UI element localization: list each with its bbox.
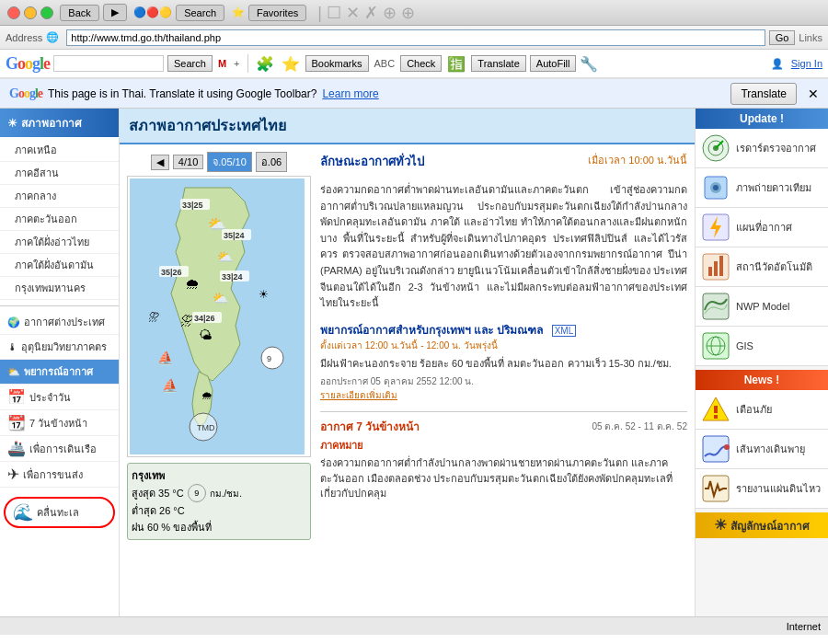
main-content: สภาพอากาศประเทศไทย ◀ 4/10 จ.05/10 อ.06 <box>120 109 695 616</box>
translate-page-button[interactable]: Translate <box>730 83 797 105</box>
map-navigation: ◀ 4/10 จ.05/10 อ.06 <box>127 152 311 172</box>
go-button[interactable]: Go <box>769 30 796 45</box>
wind-speed-circle: 9 <box>188 484 206 502</box>
city-high-temp: สูงสุด 35 °C <box>132 485 184 501</box>
satellite-item[interactable]: ภาพถ่ายดาวเทียม <box>696 168 828 208</box>
nwp-item[interactable]: NWP Model <box>696 287 828 327</box>
sidebar-item-7day[interactable]: 📆 7 วันข้างหน้า <box>0 410 119 436</box>
autofill-button[interactable]: AutoFill <box>530 55 577 72</box>
quake-label: รายงานแผ่นดินไหว <box>736 480 821 497</box>
gmail-icon[interactable]: M <box>218 58 226 69</box>
google-translate-bar: Google This page is in Thai. Translate i… <box>0 79 828 109</box>
general-weather-title: ลักษณะอากาศทั่วไป <box>320 152 424 171</box>
sidebar-item-international[interactable]: 🌍 อากาศต่างประเทศ <box>0 310 119 335</box>
map-date-next[interactable]: อ.06 <box>256 152 287 172</box>
favorites-button[interactable]: Favorites <box>248 5 306 21</box>
search-nav-button[interactable]: Search <box>176 5 224 21</box>
sidebar-item-marine[interactable]: 🚢 เพื่อการเดินเรือ <box>0 436 119 462</box>
sidebar-item-bangkok[interactable]: กรุงเทพมหานคร <box>0 277 119 300</box>
station-icon <box>701 252 730 282</box>
forecast7-subtitle: ภาคหมาย <box>320 437 687 454</box>
sidebar-region-section: ภาคเหนือ ภาคอีสาน ภาคกลาง ภาคตะวันออก ภา… <box>0 137 119 302</box>
svg-rect-27 <box>708 267 712 276</box>
close-btn[interactable] <box>7 6 20 19</box>
warning-item[interactable]: เตือนภัย <box>696 390 828 430</box>
wrench-icon: 🔧 <box>580 55 598 73</box>
svg-point-23 <box>713 185 719 190</box>
svg-text:☀: ☀ <box>259 288 269 301</box>
tsunami-button[interactable]: 🌊 คลื่นทะเล <box>4 497 115 528</box>
map-date-current[interactable]: จ.05/10 <box>207 152 252 172</box>
forecast-section: อากาศ 7 วันข้างหน้า 05 ต.ค. 52 - 11 ต.ค.… <box>320 411 687 501</box>
city-humidity: ฝน 60 % ของพื้นที่ <box>132 519 306 535</box>
minimize-btn[interactable] <box>24 6 37 19</box>
sign-in-link[interactable]: Sign In <box>791 58 822 69</box>
weather-text-section: ลักษณะอากาศทั่วไป เมื่อเวลา 10:00 น.วันน… <box>320 152 687 540</box>
bangkok-time: ตั้งแต่เวลา 12:00 น.วันนี้ - 12:00 น. วั… <box>320 339 687 352</box>
update-section: Update ! เรดาร์ตรวจอากาศ <box>696 109 828 366</box>
sidebar-item-northeast[interactable]: ภาคอีสาน <box>0 162 119 185</box>
svg-text:34|26: 34|26 <box>194 314 215 323</box>
account-icon: 👤 <box>771 58 784 70</box>
forecast7-date: 05 ต.ค. 52 - 11 ต.ค. 52 <box>592 420 687 433</box>
close-translate-icon[interactable]: ✕ <box>808 86 819 101</box>
general-weather-time: เมื่อเวลา 10:00 น.วันนี้ <box>588 152 687 168</box>
lightning-label: แผนที่อากาศ <box>736 219 792 236</box>
forward-button[interactable]: ▶ <box>103 4 127 21</box>
sidebar-item-south-andaman[interactable]: ภาคใต้ฝั่งอันดามัน <box>0 254 119 277</box>
bookmarks-button[interactable]: Bookmarks <box>305 55 369 72</box>
google-search-input[interactable] <box>53 55 164 72</box>
svg-point-15 <box>261 347 283 369</box>
thermo-icon: 🌡 <box>7 341 17 352</box>
quake-icon <box>701 474 730 503</box>
city-low-temp: ต่ำสุด 26 °C <box>132 502 306 519</box>
translate-button[interactable]: Translate <box>471 55 525 72</box>
forecast7-title: อากาศ 7 วันข้างหน้า <box>320 418 420 435</box>
google-logo: Google <box>6 54 50 74</box>
sidebar-item-forecast-header[interactable]: ⛅ พยากรณ์อากาศ <box>0 360 119 385</box>
links-label: Links <box>799 32 822 43</box>
back-button[interactable]: Back <box>60 5 98 21</box>
map-date-prev[interactable]: 4/10 <box>173 155 203 169</box>
gis-label: GIS <box>736 340 753 351</box>
status-bar: Internet <box>0 616 828 635</box>
check-button[interactable]: Check <box>400 55 442 72</box>
google-toolbar: Google Search M + 🧩 ⭐ Bookmarks ABC Chec… <box>0 50 828 79</box>
sidebar-item-north[interactable]: ภาคเหนือ <box>0 139 119 162</box>
sidebar-item-agro[interactable]: 🌡 อุตุนิยมวิทยาภาคตร <box>0 335 119 360</box>
update-header: Update ! <box>696 109 828 129</box>
google-search-button[interactable]: Search <box>167 55 213 72</box>
map-prev-button[interactable]: ◀ <box>151 155 169 170</box>
sidebar-item-east[interactable]: ภาคตะวันออก <box>0 208 119 231</box>
gis-item[interactable]: GIS <box>696 327 828 366</box>
xml-link[interactable]: XML <box>552 325 577 337</box>
map-container: ⛅ ⛅ 🌧 ⛅ ⛈ 🌤 🌧 33|25 35|24 35|26 <box>127 176 311 457</box>
forecast-symbol-header: ☀ สัญลักษณ์อากาศ <box>696 512 828 538</box>
station-item[interactable]: สถานีวัดอัตโนมัติ <box>696 247 828 287</box>
cloud-icon: ⛅ <box>7 366 20 378</box>
quake-item[interactable]: รายงานแผ่นดินไหว <box>696 469 828 509</box>
svg-rect-28 <box>714 261 718 276</box>
svg-text:33|25: 33|25 <box>182 201 203 210</box>
svg-text:9: 9 <box>267 354 271 363</box>
issued-text: ออกประกาศ 05 ตุลาคม 2552 12:00 น. <box>320 374 687 388</box>
radar-item[interactable]: เรดาร์ตรวจอากาศ <box>696 129 828 168</box>
forecast7-desc: ร่องความกดอากาศต่ำกำลังปานกลางพาดผ่านชาย… <box>320 455 687 501</box>
weather-icon-south1: 🌤 <box>199 328 212 342</box>
week-icon: 📆 <box>7 414 26 431</box>
ship-icon: 🚢 <box>7 440 26 457</box>
more-details-link[interactable]: รายละเอียดเพิ่มเติม <box>320 388 687 402</box>
sidebar-item-aviation[interactable]: ✈ เพื่อการขนส่ง <box>0 462 119 488</box>
learn-more-link[interactable]: Learn more <box>322 87 378 100</box>
maximize-btn[interactable] <box>40 6 53 19</box>
svg-text:33|24: 33|24 <box>222 272 243 282</box>
star-icon: ⭐ <box>282 55 300 73</box>
sidebar-item-daily[interactable]: 📅 ประจำวัน <box>0 385 119 410</box>
lightning-item[interactable]: แผนที่อากาศ <box>696 208 828 247</box>
sidebar-item-central[interactable]: ภาคกลาง <box>0 185 119 208</box>
svg-rect-29 <box>719 256 723 276</box>
gis-icon <box>701 331 730 361</box>
address-input[interactable] <box>66 29 765 46</box>
sidebar-item-south-gulf[interactable]: ภาคใต้ฝั่งอ่าวไทย <box>0 231 119 254</box>
wind-item[interactable]: เส้นทางเดินพายุ <box>696 430 828 469</box>
